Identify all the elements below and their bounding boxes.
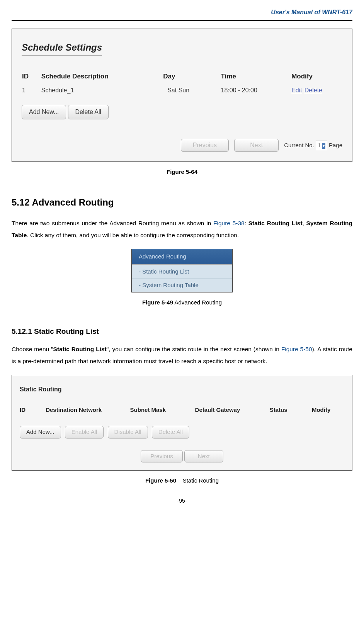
- schedule-settings-screenshot: Schedule Settings ID Schedule Descriptio…: [12, 29, 352, 162]
- col-gateway: Default Gateway: [195, 406, 270, 415]
- disable-all-button[interactable]: Disable All: [108, 426, 148, 439]
- col-id: ID: [22, 71, 41, 85]
- col-modify: Modify: [312, 406, 344, 415]
- next-button[interactable]: Next: [184, 450, 223, 463]
- figure-link-5-38[interactable]: Figure 5-38: [213, 220, 245, 226]
- enable-all-button[interactable]: Enable All: [65, 426, 104, 439]
- cell-day: Sat Sun: [163, 85, 220, 101]
- advanced-routing-menu: Advanced Routing - Static Routing List -…: [131, 249, 233, 292]
- delete-all-button[interactable]: Delete All: [152, 426, 189, 439]
- static-routing-pager: Previous Next: [20, 450, 344, 463]
- section-5-12-text: There are two submenus under the Advance…: [12, 217, 352, 241]
- figure-caption-5-64: Figure 5-64: [12, 168, 352, 177]
- section-5-12-heading: 5.12 Advanced Routing: [12, 195, 352, 209]
- page-select[interactable]: 1▾: [316, 141, 327, 150]
- col-status: Status: [270, 406, 312, 415]
- header-divider: [12, 20, 352, 21]
- col-desc: Schedule Description: [41, 71, 163, 85]
- page-suffix: Page: [329, 142, 342, 148]
- static-routing-title: Static Routing: [20, 385, 344, 394]
- figure-link-5-50[interactable]: Figure 5-50: [281, 346, 312, 352]
- static-routing-headers: ID Destination Network Subnet Mask Defau…: [20, 406, 344, 415]
- col-mask: Subnet Mask: [130, 406, 195, 415]
- cell-desc: Schedule_1: [41, 85, 163, 101]
- prev-button[interactable]: Previous: [141, 450, 182, 463]
- static-routing-screenshot: Static Routing ID Destination Network Su…: [12, 375, 352, 471]
- figure-caption-5-49: Figure 5-49 Advanced Routing: [12, 298, 352, 307]
- cell-modify: EditDelete: [291, 85, 342, 101]
- menu-item-static-routing[interactable]: - Static Routing List: [132, 265, 232, 279]
- menu-item-system-routing[interactable]: - System Routing Table: [132, 278, 232, 292]
- delete-all-button[interactable]: Delete All: [68, 105, 109, 119]
- col-modify: Modify: [291, 71, 342, 85]
- col-id: ID: [20, 406, 46, 415]
- prev-button[interactable]: Prevoius: [181, 139, 229, 152]
- page-header: User's Manual of WNRT-617: [12, 8, 352, 17]
- static-routing-buttons: Add New... Enable All Disable All Delete…: [20, 426, 344, 439]
- cell-id: 1: [22, 85, 41, 101]
- table-row: 1 Schedule_1 Sat Sun 18:00 - 20:00 EditD…: [22, 85, 342, 101]
- section-5-12-1-text: Choose menu "Static Routing List", you c…: [12, 343, 352, 367]
- col-day: Day: [163, 71, 220, 85]
- schedule-button-row: Add New... Delete All: [22, 105, 342, 119]
- chevron-down-icon: ▾: [322, 143, 325, 149]
- pager-row: Prevoius Next Current No. 1▾ Page: [22, 139, 342, 152]
- delete-link[interactable]: Delete: [304, 87, 322, 93]
- add-new-button[interactable]: Add New...: [22, 105, 66, 119]
- schedule-table: ID Schedule Description Day Time Modify …: [22, 71, 342, 101]
- schedule-title: Schedule Settings: [22, 41, 102, 56]
- cell-time: 18:00 - 20:00: [221, 85, 291, 101]
- figure-caption-5-50: Figure 5-50 Static Routing: [12, 476, 352, 485]
- add-new-button[interactable]: Add New...: [20, 426, 61, 439]
- current-no-label: Current No.: [284, 142, 314, 148]
- menu-header[interactable]: Advanced Routing: [132, 249, 232, 265]
- page-number: -95-: [12, 497, 352, 505]
- section-5-12-1-heading: 5.12.1 Static Routing List: [12, 326, 352, 337]
- edit-link[interactable]: Edit: [291, 87, 302, 93]
- col-dest: Destination Network: [46, 406, 130, 415]
- col-time: Time: [221, 71, 291, 85]
- next-button[interactable]: Next: [234, 139, 279, 152]
